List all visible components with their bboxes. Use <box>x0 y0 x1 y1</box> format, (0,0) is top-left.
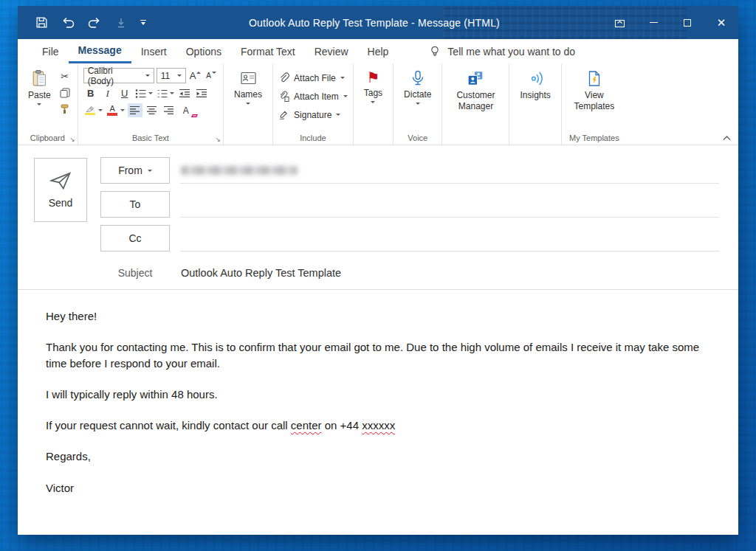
clipboard-dialog-launcher[interactable]: ↘ <box>69 136 75 143</box>
save-icon <box>35 16 48 29</box>
font-name-value: Calibri (Body) <box>88 66 141 86</box>
to-field[interactable] <box>180 191 719 218</box>
grow-font-letter: A <box>190 71 196 80</box>
chevron-down-icon <box>148 92 153 94</box>
chevron-down-icon <box>145 74 150 77</box>
paste-button[interactable]: Paste <box>23 67 56 130</box>
align-right-icon <box>163 105 174 115</box>
send-icon <box>49 172 72 190</box>
subject-value[interactable]: Outlook Auto Reply Test Template <box>181 267 341 279</box>
message-header: Send From To <box>18 145 738 290</box>
cut-button[interactable]: ✂ <box>58 69 72 83</box>
tell-me-search[interactable]: Tell me what you want to do <box>429 39 575 63</box>
to-button[interactable]: To <box>100 191 170 218</box>
my-templates-group-label: My Templates <box>562 134 627 142</box>
cc-button[interactable]: Cc <box>100 225 170 252</box>
format-painter-button[interactable] <box>58 102 72 116</box>
align-left-button[interactable] <box>128 103 142 117</box>
basic-text-rows: Calibri (Body) 11 A A <box>83 67 218 130</box>
tab-message[interactable]: Message <box>69 39 131 63</box>
include-buttons: Attach File Attach Item <box>278 67 348 130</box>
clear-formatting-button[interactable]: A <box>179 103 193 117</box>
attach-item-icon <box>278 91 289 102</box>
font-size-combobox[interactable]: 11 <box>157 68 186 83</box>
attach-file-button[interactable]: Attach File <box>278 69 348 86</box>
basic-text-group-label: Basic Text <box>78 134 223 142</box>
tell-me-label: Tell me what you want to do <box>447 46 575 58</box>
insights-button[interactable]: Insights <box>515 67 555 130</box>
shrink-font-button[interactable]: A <box>205 72 218 80</box>
message-body-editor[interactable]: Hey there! Thank you for contacting me. … <box>18 290 738 535</box>
body-paragraph: If your request cannot wait, kindly cont… <box>46 417 713 433</box>
ribbon-display-options-button[interactable] <box>602 6 636 39</box>
send-label: Send <box>49 197 73 209</box>
from-field[interactable] <box>180 157 719 184</box>
chevron-down-icon <box>141 22 145 25</box>
font-color-button[interactable]: A <box>106 103 126 117</box>
tab-format-text[interactable]: Format Text <box>231 39 305 63</box>
group-basic-text: Calibri (Body) 11 A A <box>78 63 224 145</box>
tab-review[interactable]: Review <box>305 39 358 63</box>
copy-icon <box>60 88 70 98</box>
microphone-icon <box>409 69 427 87</box>
basic-text-dialog-launcher[interactable]: ↘ <box>215 136 221 143</box>
grow-font-button[interactable]: A <box>188 71 203 80</box>
italic-button[interactable]: I <box>100 86 115 100</box>
chevron-down-icon <box>170 92 174 94</box>
tab-help[interactable]: Help <box>358 39 399 63</box>
increase-indent-button[interactable] <box>194 86 209 100</box>
redo-button[interactable] <box>87 15 102 30</box>
from-button[interactable]: From <box>100 157 170 184</box>
underline-button[interactable]: U <box>117 86 132 100</box>
body-text: on +44 <box>322 419 362 432</box>
copy-button[interactable] <box>58 86 72 100</box>
format-painter-icon <box>60 104 69 114</box>
numbering-button[interactable] <box>156 86 175 100</box>
group-voice: Dictate Voice <box>394 63 442 145</box>
align-center-button[interactable] <box>145 103 159 117</box>
tab-insert[interactable]: Insert <box>131 39 176 63</box>
dictate-button[interactable]: Dictate <box>399 67 436 130</box>
names-button[interactable]: Names <box>229 67 267 130</box>
tags-button[interactable]: ⚑ Tags <box>359 67 388 130</box>
tab-file[interactable]: File <box>32 39 69 63</box>
signature-button[interactable]: Signature <box>278 106 348 123</box>
bold-button[interactable]: B <box>83 86 98 100</box>
send-button[interactable]: Send <box>34 158 87 222</box>
attach-item-button[interactable]: Attach Item <box>278 88 348 105</box>
desktop-background: Outlook Auto Reply Test Template - Messa… <box>0 0 756 551</box>
maximize-button[interactable] <box>670 6 704 39</box>
font-name-combobox[interactable]: Calibri (Body) <box>83 68 154 83</box>
signature-pen-icon <box>278 109 289 120</box>
chevron-down-icon <box>120 109 125 111</box>
align-right-button[interactable] <box>162 103 176 117</box>
decrease-indent-button[interactable] <box>177 86 192 100</box>
from-address-redacted <box>181 166 298 175</box>
minimize-button[interactable] <box>636 6 670 39</box>
cc-label: Cc <box>128 232 141 244</box>
group-customer-manager: Customer Manager <box>442 63 509 145</box>
customize-qat-button[interactable] <box>140 20 146 25</box>
tab-options[interactable]: Options <box>176 39 231 63</box>
ribbon-tab-bar: File Message Insert Options Format Text … <box>18 39 738 63</box>
insights-icon <box>526 69 545 88</box>
cc-field[interactable] <box>180 225 719 252</box>
align-left-icon <box>129 105 140 115</box>
highlighter-icon <box>83 105 97 116</box>
clipboard-group-label: Clipboard <box>18 134 78 142</box>
format-row: B I U <box>83 86 218 100</box>
body-text: If your request cannot wait, kindly cont… <box>46 419 291 432</box>
view-templates-button[interactable]: View Templates <box>567 67 622 130</box>
bullets-button[interactable] <box>134 86 154 100</box>
collapse-ribbon-button[interactable] <box>723 136 731 141</box>
close-button[interactable]: ✕ <box>704 6 738 39</box>
text-highlight-button[interactable] <box>83 103 103 117</box>
chevron-up-icon <box>723 136 731 141</box>
lightbulb-icon <box>429 45 441 58</box>
save-button[interactable] <box>34 15 49 30</box>
cc-row: Cc <box>100 225 719 252</box>
eraser-icon <box>191 114 198 117</box>
undo-button[interactable] <box>61 15 75 30</box>
customer-manager-button[interactable]: Customer Manager <box>447 67 504 130</box>
outlook-message-window: Outlook Auto Reply Test Template - Messa… <box>18 6 738 535</box>
